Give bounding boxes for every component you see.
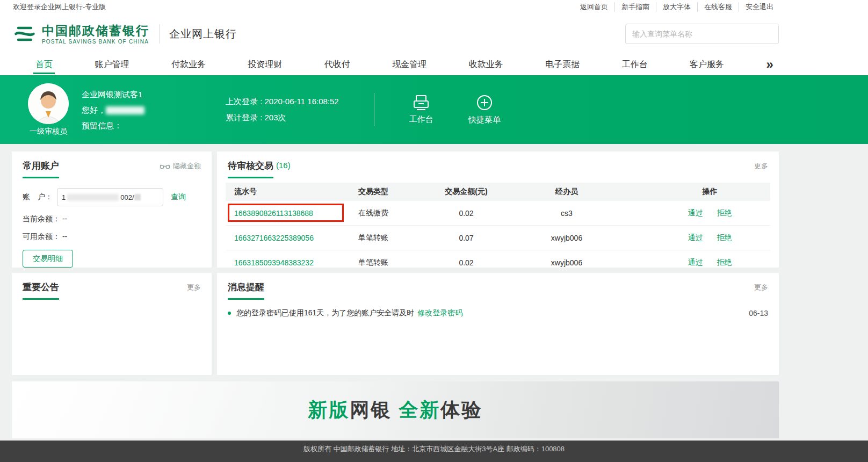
bank-name-cn: 中国邮政储蓄银行 xyxy=(42,24,149,38)
message-item: 您的登录密码已使用161天，为了您的账户安全请及时 修改登录密码 06-13 xyxy=(228,308,768,318)
hide-amount-label: 隐藏金额 xyxy=(173,161,201,171)
nav-tab-customer-service[interactable]: 客户服务 xyxy=(690,54,724,75)
transaction-operator: cs3 xyxy=(511,201,623,225)
serial-number-link[interactable]: 1663890826113138688 xyxy=(234,209,313,218)
top-utility-bar: 欢迎登录企业网上银行-专业版 返回首页 新手指南 放大字体 在线客服 安全退出 xyxy=(0,0,868,14)
current-balance-value: -- xyxy=(62,214,67,223)
approve-link[interactable]: 通过 xyxy=(688,258,703,268)
column-header-operator: 经办员 xyxy=(511,183,623,201)
promo-slogan: 新版网银 全新体验 xyxy=(308,397,482,423)
last-login: 上次登录 : 2020-06-11 16:08:52 xyxy=(226,93,374,110)
pending-table: 流水号 交易类型 交易金额(元) 经办员 操作 1663890826113138… xyxy=(226,183,770,268)
bank-logo-text: 中国邮政储蓄银行 POSTAL SAVINGS BANK OF CHINA xyxy=(42,24,149,45)
notice-more-link[interactable]: 更多 xyxy=(187,283,201,292)
account-number-field[interactable]: 1 002/ xyxy=(57,188,163,206)
pending-count-badge: (16) xyxy=(276,161,291,170)
nav-tab-home[interactable]: 首页 xyxy=(35,54,53,75)
login-stats: 上次登录 : 2020-06-11 16:08:52 累计登录 : 203次 xyxy=(226,93,374,126)
menu-search-input[interactable] xyxy=(632,30,772,38)
user-banner: 一级审核员 企业网银测试客1 您好， 预留信息： 上次登录 : 2020-06-… xyxy=(0,75,868,144)
current-balance-label: 当前余额： xyxy=(23,214,60,223)
nav-more-chevron-icon[interactable]: » xyxy=(766,59,773,70)
table-row: 1663890826113138688 在线缴费 0.02 cs3 通过 拒绝 xyxy=(226,201,770,226)
transaction-detail-button[interactable]: 交易明细 xyxy=(23,250,73,268)
greeting-label: 您好， xyxy=(82,105,106,114)
transaction-amount: 0.02 xyxy=(422,250,511,268)
promo-part-3: 全新 xyxy=(399,399,441,421)
nav-tab-collection-payment[interactable]: 代收付 xyxy=(324,54,350,75)
beginner-guide-link[interactable]: 新手指南 xyxy=(614,2,656,12)
notice-card-title: 重要公告 xyxy=(23,281,59,300)
safe-logout-link[interactable]: 安全退出 xyxy=(739,2,780,12)
approve-link[interactable]: 通过 xyxy=(688,233,703,243)
company-name: 企业网银测试客1 xyxy=(82,86,216,102)
hide-amount-toggle[interactable]: 隐藏金额 xyxy=(160,161,201,171)
total-login: 累计登录 : 203次 xyxy=(226,110,374,126)
return-home-link[interactable]: 返回首页 xyxy=(574,2,614,12)
reject-link[interactable]: 拒绝 xyxy=(717,258,732,268)
transaction-type: 单笔转账 xyxy=(325,226,422,250)
glasses-icon xyxy=(160,163,170,169)
serial-number-link[interactable]: 1663185093948383232 xyxy=(234,258,314,267)
quick-menu-label: 快捷菜单 xyxy=(468,115,501,125)
message-reminder-card: 消息提醒 更多 您的登录密码已使用161天，为了您的账户安全请及时 修改登录密码… xyxy=(217,273,779,375)
menu-search-box[interactable] xyxy=(625,24,779,44)
message-date: 06-13 xyxy=(749,309,768,317)
nav-tab-receivables[interactable]: 收款业务 xyxy=(469,54,503,75)
avatar xyxy=(28,83,69,124)
online-service-link[interactable]: 在线客服 xyxy=(697,2,739,12)
promo-part-1: 新版 xyxy=(308,399,350,421)
reject-link[interactable]: 拒绝 xyxy=(717,233,732,243)
column-header-serial: 流水号 xyxy=(226,183,325,201)
avatar-person-icon xyxy=(28,83,69,124)
content-area: 常用账户 隐藏金额 账 户： 1 xyxy=(0,144,868,462)
topbar-links: 返回首页 新手指南 放大字体 在线客服 安全退出 xyxy=(574,2,780,12)
nav-tab-cash-mgmt[interactable]: 现金管理 xyxy=(392,54,426,75)
nav-tab-account-mgmt[interactable]: 账户管理 xyxy=(95,54,129,75)
greeting-row: 您好， xyxy=(82,102,216,118)
main-nav: 首页 账户管理 付款业务 投资理财 代收付 现金管理 收款业务 电子票据 工作台… xyxy=(0,54,868,75)
nav-tab-payment[interactable]: 付款业务 xyxy=(171,54,206,75)
welcome-text: 欢迎登录企业网上银行-专业版 xyxy=(13,2,106,12)
promo-part-2: 网银 xyxy=(350,399,399,421)
table-row: 1663185093948383232 单笔转账 0.02 xwyjb006 通… xyxy=(226,250,770,268)
reject-link[interactable]: 拒绝 xyxy=(717,208,732,218)
blurred-account-tail xyxy=(134,194,141,200)
pending-transactions-card: 待审核交易 (16) 更多 流水号 交易类型 交易金额(元) 经办员 操作 xyxy=(217,151,779,268)
approve-link[interactable]: 通过 xyxy=(688,208,703,218)
nav-tab-investment[interactable]: 投资理财 xyxy=(248,54,282,75)
account-query-link[interactable]: 查询 xyxy=(171,192,186,202)
workbench-shortcut[interactable]: 工作台 xyxy=(402,95,440,125)
pending-more-link[interactable]: 更多 xyxy=(754,161,768,171)
column-header-type: 交易类型 xyxy=(325,183,422,201)
enlarge-font-link[interactable]: 放大字体 xyxy=(656,2,697,12)
workbench-icon xyxy=(412,95,430,111)
nav-tab-workbench[interactable]: 工作台 xyxy=(622,54,648,75)
blurred-user-name xyxy=(106,106,144,114)
serial-number-link[interactable]: 1663271663225389056 xyxy=(234,234,314,242)
user-info: 企业网银测试客1 您好， 预留信息： xyxy=(82,86,216,133)
reserved-info-label: 预留信息： xyxy=(82,118,216,133)
avatar-block: 一级审核员 xyxy=(23,83,74,136)
accounts-card-title: 常用账户 xyxy=(23,160,59,178)
transaction-operator: xwyjb006 xyxy=(511,226,623,250)
bank-logo: 中国邮政储蓄银行 POSTAL SAVINGS BANK OF CHINA xyxy=(13,22,149,46)
user-role-label: 一级审核员 xyxy=(30,127,67,136)
quick-menu-shortcut[interactable]: 快捷菜单 xyxy=(466,94,503,125)
account-number-label: 账 户： xyxy=(23,192,57,202)
workbench-label: 工作台 xyxy=(409,114,433,125)
header-divider xyxy=(159,24,160,44)
product-title: 企业网上银行 xyxy=(169,27,237,41)
transaction-amount: 0.07 xyxy=(422,226,511,250)
change-password-link[interactable]: 修改登录密码 xyxy=(417,308,462,318)
message-more-link[interactable]: 更多 xyxy=(754,283,768,292)
transaction-type: 在线缴费 xyxy=(325,201,422,225)
nav-tab-e-bill[interactable]: 电子票据 xyxy=(545,54,580,75)
column-header-amount: 交易金额(元) xyxy=(422,183,511,201)
bullet-dot-icon xyxy=(228,312,231,315)
quick-menu-plus-icon xyxy=(476,94,493,111)
important-notice-card: 重要公告 更多 xyxy=(12,273,212,375)
transaction-type: 单笔转账 xyxy=(325,250,422,268)
frequent-accounts-card: 常用账户 隐藏金额 账 户： 1 xyxy=(12,151,212,268)
bank-logo-icon xyxy=(13,22,37,46)
